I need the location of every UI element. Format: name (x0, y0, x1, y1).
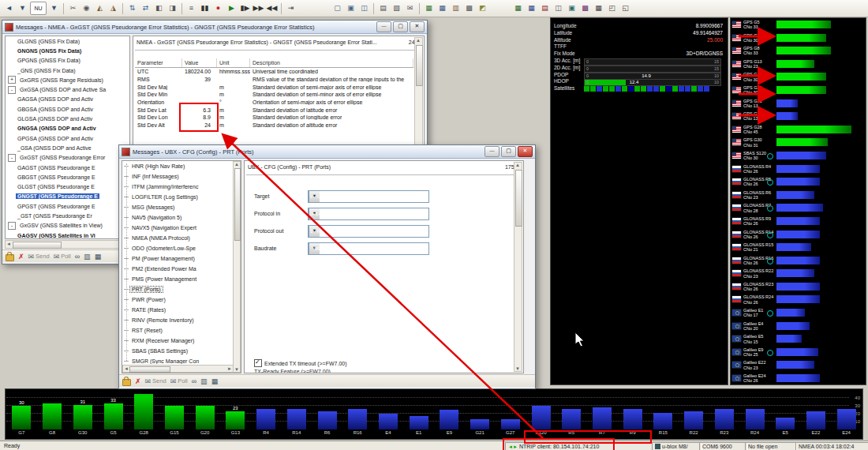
tree-item-gsa[interactable]: _GSA (GNSS DOP and Active (6, 143, 129, 152)
tree-item-pms[interactable]: PMS (Power Management (122, 274, 233, 284)
combo-target[interactable]: 1 - UART1 (308, 190, 429, 203)
toolbar-icon-dock-layout-1[interactable]: ◰ (606, 2, 618, 14)
toolbar-icon-copy[interactable]: ▤ (377, 2, 389, 14)
toolbar-icon-step[interactable]: ▮▶ (239, 2, 251, 14)
extended-tx-timeout-checkbox[interactable]: Extended TX timeout (>=FW7.00) (254, 359, 347, 367)
tree-item-navx5[interactable]: NAVX5 (Navigation Expert (122, 223, 233, 233)
toolbar-icon-panel-histogram[interactable]: ◫ (552, 2, 564, 14)
toolbar-icon-panel-messages[interactable]: ▦ (593, 2, 604, 14)
tree-item-pwr[interactable]: PWR (Power) (122, 294, 233, 305)
toolbar-icon-open-file[interactable]: ▣ (345, 2, 357, 14)
toolbar-icon-cut[interactable]: ✂ (67, 2, 79, 14)
tree-item-gst[interactable]: _GST (GNSS Pseudorange Er (6, 211, 129, 220)
tree-item-gxgsv[interactable]: -GxGSV (GNSS Satellites in View) (6, 221, 129, 231)
lock-icon[interactable] (122, 379, 131, 386)
toolbar-icon-paste[interactable]: ▧ (391, 2, 402, 14)
scroll-thumb[interactable] (234, 168, 241, 241)
w1-titlebar[interactable]: Messages - NMEA - GxGST (GNSS Pseudorang… (2, 21, 427, 34)
tree-item-logfilter[interactable]: LOGFILTER (Log Settings) (122, 192, 233, 202)
tree-item-inf[interactable]: INF (Inf Messages) (122, 171, 233, 182)
tree-item-gxgrs[interactable]: +GxGRS (GNSS Range Residuals) (6, 75, 129, 84)
table-view-icon[interactable]: ▦ (211, 377, 219, 385)
minimize-button[interactable] (485, 146, 499, 157)
tree-item-gns[interactable]: _GNS (GNSS Fix Data) (6, 66, 129, 75)
w2-titlebar[interactable]: Messages - UBX - CFG (Config) - PRT (Por… (119, 145, 535, 159)
tree-item-gagsa[interactable]: GAGSA (GNSS DOP and Activ (6, 95, 129, 104)
clear-icon[interactable]: ✗ (135, 377, 141, 385)
tree-item-hnr[interactable]: HNR (High Nav Rate) (122, 161, 233, 171)
toolbar-icon-play[interactable]: ▶ (226, 2, 238, 14)
toolbar-icon-record[interactable]: ● (212, 2, 224, 14)
tree-item-glgst[interactable]: GLGST (GNSS Pseudorange E (6, 182, 129, 191)
tree-item-gbgsa[interactable]: GBGSA (GNSS DOP and Activ (6, 104, 129, 114)
maximize-button[interactable] (501, 146, 516, 157)
toolbar-icon-new-file[interactable]: ▢ (331, 2, 343, 14)
toolbar-icon-rewind[interactable]: ◀◀ (266, 2, 278, 14)
minimize-button[interactable] (376, 21, 391, 32)
toolbar-icon-user[interactable]: ◭ (94, 2, 106, 14)
toolbar-icon-dock-layout-2[interactable]: ◱ (619, 2, 631, 14)
tree-item-gpgns[interactable]: GPGNS (GNSS Fix Data) (6, 56, 129, 66)
toolbar-icon-panel-data[interactable]: ▦ (526, 2, 537, 14)
tree-item-sbas[interactable]: SBAS (SBAS Settings) (122, 346, 233, 356)
send-button[interactable]: Send (28, 253, 50, 261)
scroll-thumb[interactable] (129, 366, 170, 373)
tree-item-glgsa[interactable]: GLGSA (GNSS DOP and Activ (6, 114, 129, 123)
combo-baudrate[interactable]: 9600 (308, 242, 429, 255)
toolbar-icon-view-mode[interactable]: NU (30, 2, 47, 15)
table-view-icon[interactable]: ▦ (95, 253, 102, 261)
toolbar-icon-users[interactable]: ◮ (107, 2, 119, 14)
tree-item-gngns[interactable]: GNGNS (GNSS Fix Data) (6, 46, 129, 55)
close-button[interactable] (518, 146, 533, 157)
tree-item-rate[interactable]: RATE (Rates) (122, 305, 233, 315)
toolbar-icon-view-mode-dropdown[interactable]: ▼ (48, 2, 60, 14)
tree-item-glgns[interactable]: GLGNS (GNSS Fix Data) (6, 36, 129, 46)
w2-content-scrollbar[interactable] (514, 162, 522, 372)
toolbar-icon-panel-deviation[interactable]: ▤ (539, 2, 551, 14)
send-button[interactable]: Send (145, 377, 166, 385)
tree-item-gpgst[interactable]: GPGST (GNSS Pseudorange E (6, 201, 129, 211)
toolbar-icon-panel-clock[interactable]: ▩ (579, 2, 591, 14)
lock-icon[interactable] (6, 254, 14, 261)
poll-button[interactable]: Poll (170, 377, 188, 385)
tree-item-gagst[interactable]: GAGST (GNSS Pseudorange E (6, 163, 129, 172)
tree-item-odo[interactable]: ODO (Odometer/Low-Spe (122, 243, 233, 253)
combo-protocol-out[interactable]: 1 - NMEA (308, 225, 429, 238)
toolbar-icon-jump-end[interactable]: ⇥ (285, 2, 297, 14)
tree-item-gxgsa[interactable]: -GxGSA (GNSS DOP and Active Sa (6, 84, 129, 94)
toolbar-icon-sort[interactable]: ⇅ (126, 2, 138, 14)
tree-expander-icon[interactable]: - (8, 86, 16, 94)
w2-tree-scrollbar[interactable] (233, 161, 241, 373)
tree-item-nav5[interactable]: NAV5 (Navigation 5) (122, 212, 233, 223)
tree-item-pm2[interactable]: PM2 (Extended Power Ma (122, 264, 233, 274)
close-button[interactable] (410, 21, 425, 32)
tree-item-gagsv[interactable]: GAGSV (GNSS Satellites in Vi (6, 231, 129, 239)
toolbar-icon-find[interactable]: ◉ (80, 2, 92, 14)
toolbar-icon-transfer[interactable]: ⇄ (140, 2, 152, 14)
toolbar-icon-view-chart[interactable]: ▦ (436, 2, 448, 14)
toolbar-icon-back-dropdown[interactable]: ▼ (17, 2, 28, 14)
tree-item-smgr[interactable]: SMGR (Sync Manager Con (122, 356, 233, 364)
tree-expander-icon[interactable]: + (8, 76, 16, 84)
toolbar-icon-pause[interactable]: ▮▮ (199, 2, 211, 14)
tree-item-itfm[interactable]: ITFM (Jamming/Interferenc (122, 182, 233, 192)
toolbar-icon-dock-left[interactable]: ◧ (153, 2, 165, 14)
tree-item-rxm[interactable]: RXM (Receiver Manager) (122, 336, 233, 346)
clear-icon[interactable]: ✗ (18, 253, 24, 261)
toolbar-icon-dock-right[interactable]: ◨ (166, 2, 178, 14)
tree-item-gxgst[interactable]: -GxGST (GNSS Pseudorange Error (6, 153, 129, 163)
poll-button[interactable]: Poll (54, 253, 71, 261)
toolbar-icon-view-grid[interactable]: ▩ (463, 2, 475, 14)
maximize-button[interactable] (393, 21, 408, 32)
toolbar-icon-view-table[interactable]: ▦ (423, 2, 435, 14)
toolbar-icon-forward[interactable]: ▶▶ (253, 2, 264, 14)
scroll-thumb[interactable] (515, 170, 522, 227)
binocular-icon[interactable]: ∞ (192, 377, 196, 385)
tree-item-rst[interactable]: RST (Reset) (122, 325, 233, 336)
tree-item-gbgst[interactable]: GBGST (GNSS Pseudorange E (6, 172, 129, 182)
toolbar-icon-view-console[interactable]: ◩ (477, 2, 488, 14)
tree-item-rinv[interactable]: RINV (Remote Inventory) (122, 315, 233, 325)
combo-protocol-in[interactable]: 0+1+2 - UBX+NMEA+RTCM2 (308, 208, 429, 220)
tree-item-prt[interactable]: PRT (Ports) (122, 284, 233, 294)
toolbar-icon-save-file[interactable]: ◫ (358, 2, 370, 14)
